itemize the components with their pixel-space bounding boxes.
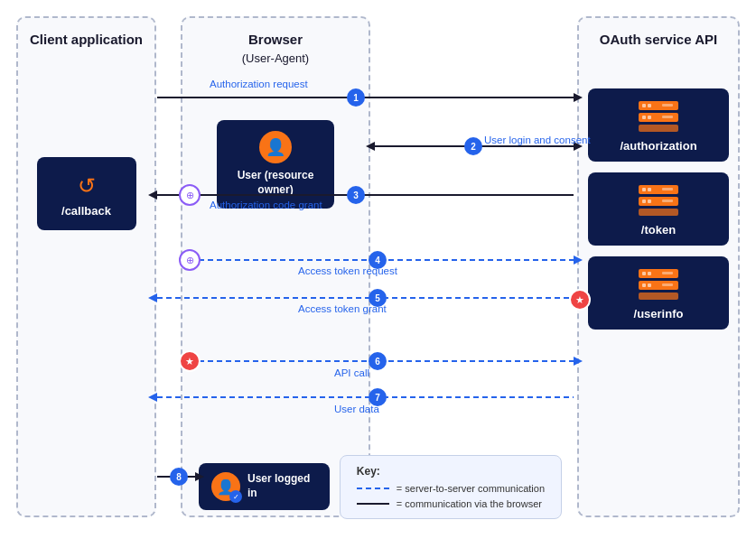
- step1-circle: 1: [347, 88, 365, 107]
- svg-rect-7: [662, 116, 673, 118]
- client-title: Client application: [18, 18, 154, 49]
- step2-circle: 2: [464, 137, 482, 155]
- step6-circle: 6: [369, 352, 387, 370]
- server-icon-authorization: [637, 99, 680, 134]
- logged-in-text: User logged in: [247, 472, 317, 500]
- logged-in-icon: 👤 ✓: [211, 472, 240, 501]
- callback-icon: ↺: [46, 173, 127, 199]
- key-box: Key: = server-to-server communication = …: [340, 455, 562, 519]
- oauth-card-userinfo: /userinfo: [588, 256, 729, 330]
- client-column: Client application ↺ /callback: [16, 16, 156, 517]
- svg-rect-25: [662, 283, 673, 286]
- user-icon: 👤: [259, 131, 292, 163]
- logged-in-box: 👤 ✓ User logged in: [199, 463, 330, 510]
- svg-rect-2: [648, 104, 651, 107]
- callback-label: /callback: [46, 204, 127, 218]
- key-solid-line: [357, 503, 389, 505]
- step6-label: API call: [334, 367, 369, 380]
- key-dashed-line: [357, 488, 389, 489]
- oauth-card-authorization: /authorization: [588, 88, 729, 162]
- badge-star-step6: ★: [179, 350, 201, 372]
- step5-circle: 5: [369, 289, 387, 307]
- svg-rect-19: [642, 272, 646, 275]
- badge-globe-browser: ⊕: [179, 184, 201, 206]
- svg-rect-1: [642, 104, 646, 107]
- user-box: 👤 User (resource owner): [217, 120, 334, 208]
- step2-label: User login and consent: [484, 134, 591, 147]
- callback-box: ↺ /callback: [37, 157, 136, 230]
- svg-rect-24: [648, 283, 651, 287]
- step1-label: Authorization request: [210, 78, 308, 91]
- svg-rect-17: [639, 209, 678, 216]
- svg-rect-21: [662, 272, 673, 274]
- check-badge: ✓: [229, 490, 242, 503]
- oauth-token-label: /token: [595, 223, 722, 237]
- svg-rect-10: [642, 188, 646, 191]
- key-row-solid: = communication via the browser: [357, 498, 545, 509]
- badge-star-token: ★: [569, 289, 591, 311]
- key-row-dashed: = server-to-server communication: [357, 483, 545, 494]
- key-label: Key:: [357, 465, 545, 478]
- server-icon-userinfo: [637, 267, 680, 302]
- step4-circle: 4: [369, 251, 387, 269]
- svg-rect-14: [642, 200, 646, 203]
- oauth-title: OAuth service API: [579, 18, 738, 49]
- svg-rect-3: [662, 104, 673, 107]
- svg-rect-11: [648, 188, 651, 191]
- user-label: User (resource owner): [226, 169, 325, 197]
- svg-rect-16: [662, 200, 673, 202]
- svg-rect-5: [642, 116, 646, 119]
- oauth-userinfo-label: /userinfo: [595, 307, 722, 320]
- key-dashed-text: = server-to-server communication: [397, 483, 545, 494]
- svg-rect-26: [639, 293, 678, 300]
- svg-rect-8: [639, 125, 678, 132]
- svg-rect-15: [648, 200, 651, 203]
- server-icon-token: [637, 183, 680, 218]
- oauth-card-token: /token: [588, 172, 729, 246]
- svg-rect-6: [648, 116, 651, 119]
- browser-title: Browser(User-Agent): [182, 18, 369, 66]
- step7-circle: 7: [369, 388, 387, 406]
- svg-rect-23: [642, 283, 646, 287]
- badge-globe-client-step4: ⊕: [179, 249, 201, 271]
- oauth-column: OAuth service API /authorization: [577, 16, 740, 517]
- svg-rect-12: [662, 188, 673, 190]
- step8-circle: 8: [170, 468, 188, 486]
- svg-rect-20: [648, 272, 651, 275]
- diagram-container: Client application ↺ /callback Browser(U…: [0, 0, 756, 548]
- oauth-authorization-label: /authorization: [595, 139, 722, 153]
- step3-label: Authorization code grant: [210, 199, 322, 212]
- key-solid-text: = communication via the browser: [397, 498, 542, 509]
- step3-circle: 3: [347, 186, 365, 204]
